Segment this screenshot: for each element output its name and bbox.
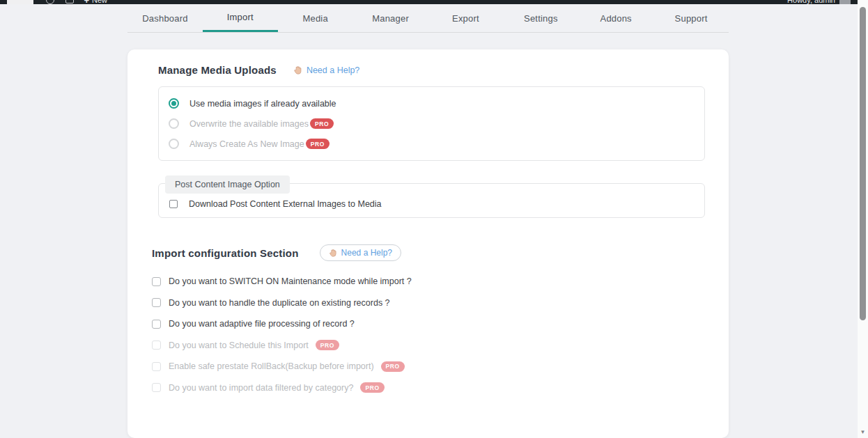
radio-row-create-new-image[interactable]: Always Create As New Image PRO — [169, 134, 695, 154]
import-config-section: Import configuration Section Need a Help… — [152, 244, 705, 398]
checkbox-maintenance-mode[interactable] — [152, 277, 161, 286]
plugin-nav: Dashboard Import Media Manager Export Se… — [127, 4, 729, 33]
option-row-adaptive-processing[interactable]: Do you want adaptive file processing of … — [152, 313, 705, 335]
pro-badge: PRO — [306, 139, 330, 149]
radio-label: Overwrite the available images — [189, 119, 309, 129]
import-config-title: Import configuration Section — [152, 247, 299, 259]
scrollbar-thumb[interactable] — [860, 7, 866, 320]
radio-label: Always Create As New Image — [189, 139, 304, 149]
option-row-maintenance-mode[interactable]: Do you want to SWITCH ON Maintenance mod… — [152, 271, 705, 292]
option-label: Enable safe prestate RollBack(Backup bef… — [169, 361, 374, 371]
tab-media[interactable]: Media — [278, 4, 353, 32]
import-settings-card: Manage Media Uploads Need a Help? Use me… — [127, 49, 729, 438]
tab-import[interactable]: Import — [203, 4, 278, 32]
tab-addons[interactable]: Addons — [578, 4, 653, 32]
new-label: New — [92, 0, 107, 4]
checkbox-download-external-images[interactable] — [169, 200, 178, 208]
import-config-options: Do you want to SWITCH ON Maintenance mod… — [152, 271, 705, 398]
tab-support[interactable]: Support — [653, 4, 729, 32]
avatar[interactable] — [839, 0, 851, 4]
option-label: Do you want to import data filtered by c… — [169, 383, 353, 393]
option-row-safe-rollback[interactable]: Enable safe prestate RollBack(Backup bef… — [152, 356, 705, 377]
import-config-help-label: Need a Help? — [341, 248, 392, 258]
radio-overwrite-images[interactable] — [169, 118, 179, 129]
plus-icon: + — [84, 0, 89, 4]
import-config-help-link[interactable]: Need a Help? — [320, 244, 401, 261]
import-config-header: Import configuration Section Need a Help… — [152, 244, 705, 261]
checkbox-handle-duplicate[interactable] — [152, 298, 161, 307]
scrollbar-down-arrow[interactable]: ▼ — [858, 430, 868, 435]
hand-icon — [329, 249, 337, 258]
post-content-image-option-box: Post Content Image Option Download Post … — [158, 183, 705, 218]
checkbox-label: Download Post Content External Images to… — [189, 199, 382, 209]
howdy-menu[interactable]: Howdy, admin — [787, 0, 835, 4]
option-label: Do you want to SWITCH ON Maintenance mod… — [169, 276, 412, 286]
option-row-handle-duplicate[interactable]: Do you want to handle the duplicate on e… — [152, 292, 705, 314]
post-content-legend: Post Content Image Option — [165, 175, 290, 194]
radio-create-new-image[interactable] — [169, 139, 179, 149]
tab-manager[interactable]: Manager — [353, 4, 428, 32]
checkbox-filter-by-category[interactable] — [152, 383, 161, 392]
radio-row-overwrite-images[interactable]: Overwrite the available images PRO — [169, 114, 695, 134]
option-label: Do you want to Schedule this Import — [169, 341, 309, 350]
media-options-box: Use media images if already available Ov… — [158, 86, 705, 161]
updates-icon[interactable] — [46, 0, 54, 4]
checkbox-adaptive-processing[interactable] — [152, 320, 161, 329]
tab-settings[interactable]: Settings — [503, 4, 578, 32]
pro-badge: PRO — [310, 118, 334, 129]
comments-icon[interactable] — [65, 0, 74, 3]
pro-badge: PRO — [360, 382, 384, 393]
checkbox-safe-rollback[interactable] — [152, 362, 161, 371]
media-help-label: Need a Help? — [307, 65, 359, 75]
pro-badge: PRO — [316, 340, 339, 350]
media-section-title: Manage Media Uploads — [158, 64, 277, 76]
option-row-schedule-import[interactable]: Do you want to Schedule this Import PRO — [152, 335, 705, 357]
new-content-button[interactable]: + New — [84, 0, 107, 4]
hand-icon — [293, 65, 302, 75]
radio-row-use-media-images[interactable]: Use media images if already available — [169, 93, 695, 114]
checkbox-schedule-import[interactable] — [152, 341, 161, 350]
radio-label: Use media images if already available — [189, 99, 336, 109]
radio-use-media-images[interactable] — [169, 98, 179, 109]
media-help-link[interactable]: Need a Help? — [293, 65, 359, 75]
site-name-badge[interactable] — [7, 0, 33, 4]
scrollbar-track[interactable]: ▼ — [858, 0, 868, 438]
option-row-filter-by-category[interactable]: Do you want to import data filtered by c… — [152, 377, 705, 399]
option-label: Do you want adaptive file processing of … — [169, 319, 355, 329]
option-label: Do you want to handle the duplicate on e… — [169, 298, 390, 308]
tab-export[interactable]: Export — [428, 4, 504, 32]
pro-badge: PRO — [381, 361, 405, 372]
media-section-header: Manage Media Uploads Need a Help? — [158, 64, 705, 76]
tab-dashboard[interactable]: Dashboard — [127, 4, 203, 32]
wp-admin-bar: + New Howdy, admin — [0, 0, 858, 4]
